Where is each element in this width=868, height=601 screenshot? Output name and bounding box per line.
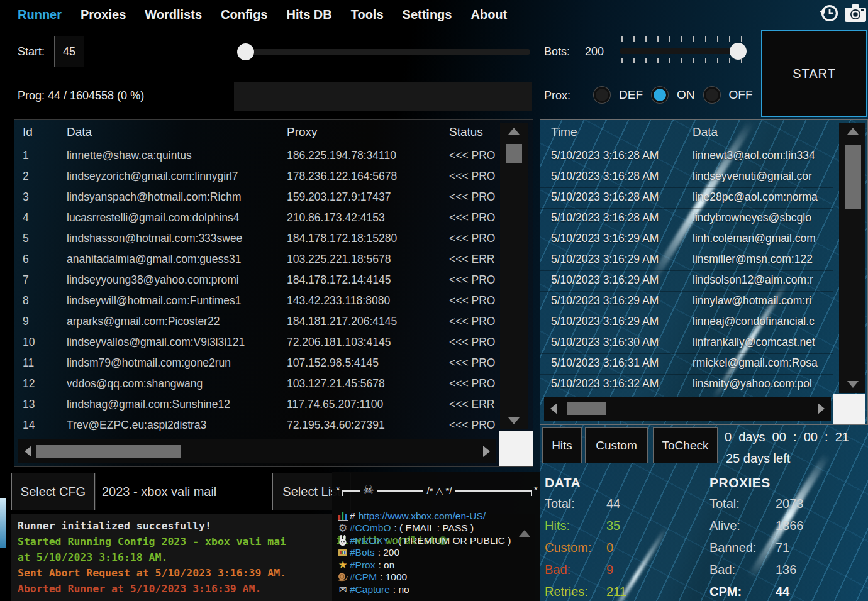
scroll-up-icon[interactable] [508, 128, 520, 135]
table-row[interactable]: 6anahitadalmia@gmail.com:guess31103.225.… [14, 250, 499, 271]
start-input[interactable]: 45 [54, 36, 84, 67]
cell-data: rmickel@gmail.com:Rosa [693, 356, 832, 370]
table-row[interactable]: 5/10/2023 3:16:29 AMlinneaj@condofinanci… [540, 312, 833, 333]
cell-status: <<< PRO [449, 149, 499, 162]
cell-status: <<< PRO [449, 419, 499, 432]
scroll-left-icon[interactable] [550, 403, 557, 414]
table-row[interactable]: 5/10/2023 3:16:29 AMlindsolson12@aim.com… [540, 271, 833, 292]
star-icon: ★ [336, 560, 350, 570]
column-header-status[interactable]: Status [449, 125, 483, 139]
table-row[interactable]: 11lindsm79@hotmail.com:gone2run107.152.9… [14, 354, 499, 375]
config-info-value: : 1000 [380, 571, 407, 583]
tab-custom[interactable]: Custom [585, 427, 648, 463]
table-row[interactable]: 1linnette@shaw.ca:quintus186.225.194.78:… [14, 146, 499, 167]
scroll-left-icon[interactable] [25, 446, 31, 457]
cell-id: 6 [23, 253, 57, 266]
table-row[interactable]: 12vddos@qq.com:shangwang103.127.21.45:56… [14, 375, 499, 395]
table-row[interactable]: 5/10/2023 3:16:28 AMline28pc@aol.com:nor… [540, 188, 833, 209]
menu-item-configs[interactable]: Configs [221, 8, 267, 22]
progress-slider-handle[interactable] [237, 43, 254, 60]
runner-window: RunnerProxiesWordlistsConfigsHits DBTool… [0, 0, 868, 601]
menu-item-about[interactable]: About [470, 8, 507, 22]
table-row[interactable]: 13lindshag@gmail.com:Sunshine12117.74.65… [14, 395, 499, 416]
prox-radio-def[interactable] [594, 87, 610, 103]
menu-item-proxies[interactable]: Proxies [81, 8, 126, 22]
column-header-time[interactable]: Time [551, 125, 577, 139]
proxies-stats-title: PROXIES [709, 475, 771, 490]
vertical-scrollbar[interactable] [500, 123, 528, 429]
config-info-value: : on [379, 560, 395, 571]
cell-status: <<< PRO [449, 170, 499, 183]
select-cfg-button[interactable]: Select CFG [11, 473, 95, 510]
cell-data: linsmity@yahoo.com:pol [693, 377, 832, 390]
camera-icon[interactable] [844, 4, 867, 25]
prox-radio-on[interactable] [652, 87, 668, 103]
horizontal-scrollbar[interactable] [18, 439, 496, 463]
horizontal-scrollbar[interactable] [544, 397, 831, 421]
menu-item-runner[interactable]: Runner [18, 8, 62, 22]
scroll-right-icon[interactable] [818, 403, 825, 414]
config-info-row: #Bots: 200 [336, 547, 538, 560]
vertical-scrollbar[interactable] [839, 123, 865, 393]
stat-value: 44 [606, 497, 620, 510]
progress-slider-track[interactable] [242, 49, 530, 55]
cell-data: lindseyvenuti@gmail.cor [693, 170, 832, 183]
config-name-field[interactable]: 2023 - xbox vali mail [95, 473, 272, 510]
column-header-data[interactable]: Data [67, 125, 92, 139]
table-row[interactable]: 5/10/2023 3:16:29 AMlinnylaw@hotmail.com… [540, 292, 833, 312]
history-icon[interactable] [818, 3, 840, 26]
table-row[interactable]: 5/10/2023 3:16:30 AMlinfrankally@comcast… [540, 333, 833, 354]
scroll-up-icon[interactable] [847, 128, 859, 135]
scrollbar-thumb[interactable] [567, 402, 606, 415]
deco-comment-text: /* △ */ [427, 485, 452, 497]
cell-proxy: 117.74.65.207:1100 [287, 398, 444, 411]
table-row[interactable]: 5/10/2023 3:16:28 AMlinnewt3@aol.com:lin… [540, 146, 833, 167]
tab-tocheck[interactable]: ToCheck [653, 427, 718, 463]
table-row[interactable]: 5lindshasson@hotmail.com:333swee184.178.… [14, 229, 499, 250]
scroll-right-icon[interactable] [483, 446, 490, 457]
config-info-value[interactable]: https://www.xbox.com/en-US/ [359, 510, 486, 522]
scroll-down-icon[interactable] [847, 381, 859, 388]
prox-radio-off[interactable] [704, 87, 720, 103]
prox-radio-group: DEFONOFF [594, 87, 753, 103]
table-row[interactable]: 4lucasrrestelli@gmail.com:dolphins4210.8… [14, 209, 499, 229]
menu-item-settings[interactable]: Settings [403, 8, 452, 22]
scrollbar-thumb[interactable] [36, 445, 181, 458]
table-row[interactable]: 14Trev@EZPC.eu:aspi2distra372.195.34.60:… [14, 416, 499, 437]
table-row[interactable]: 5/10/2023 3:16:29 AMlinsmiller@msn.com:1… [540, 250, 833, 271]
table-row[interactable]: 5/10/2023 3:16:32 AMlinsmity@yahoo.com:p… [540, 375, 833, 394]
column-header-proxy[interactable]: Proxy [287, 125, 318, 139]
table-row[interactable]: 5/10/2023 3:16:28 AMlindybrowneyes@sbcgl… [540, 209, 833, 229]
cell-status: <<< PRO [449, 294, 499, 307]
column-header-id[interactable]: Id [23, 125, 33, 139]
bots-slider-track[interactable] [620, 48, 743, 54]
cell-data: lindseywill@hotmail.com:Funtimes1 [67, 294, 282, 307]
table-row[interactable]: 2lindseyzorich@gmail.com:linnygirl7178.2… [14, 167, 499, 188]
table-row[interactable]: 8lindseywill@hotmail.com:Funtimes1143.42… [14, 292, 499, 312]
table-row[interactable]: 5/10/2023 3:16:29 AMlinh.coleman@gmail.c… [540, 229, 833, 250]
cell-data: lindsyanspach@hotmail.com:Richm [67, 190, 282, 204]
menu-item-wordlists[interactable]: Wordlists [145, 8, 202, 22]
cell-data: lindseyzorich@gmail.com:linnygirl7 [67, 170, 282, 183]
table-row[interactable]: 3lindsyanspach@hotmail.com:Richm159.203.… [14, 188, 499, 209]
cell-time: 5/10/2023 3:16:31 AM [551, 356, 688, 370]
tab-hits[interactable]: Hits [542, 427, 582, 463]
menu-item-tools[interactable]: Tools [351, 8, 384, 22]
menu-item-hits-db[interactable]: Hits DB [286, 8, 331, 22]
scrollbar-thumb[interactable] [845, 145, 861, 209]
table-row[interactable]: 5/10/2023 3:16:28 AMlindseyvenuti@gmail.… [540, 167, 833, 188]
bots-slider-handle[interactable] [730, 43, 747, 60]
window-edge-glow [0, 498, 6, 548]
scrollbar-thumb[interactable] [506, 144, 522, 163]
scroll-down-icon[interactable] [508, 417, 520, 424]
start-button[interactable]: START [761, 30, 867, 117]
cell-time: 5/10/2023 3:16:29 AM [551, 253, 688, 266]
column-header-data[interactable]: Data [693, 125, 718, 139]
table-row[interactable]: 5/10/2023 3:16:31 AMrmickel@gmail.com:Ro… [540, 354, 833, 375]
table-row[interactable]: 7lindseyyoung38@yahoo.com:promi184.178.1… [14, 271, 499, 292]
table-row[interactable]: 9arparks@gmail.com:Picoster22184.181.217… [14, 312, 499, 333]
table-row[interactable]: 10lindseyvallos@gmail.com:V9i3l3l12172.2… [14, 333, 499, 354]
cell-data: linneaj@condofinancial.c [693, 315, 832, 328]
scroll-up-icon[interactable] [519, 530, 530, 537]
cell-id: 5 [23, 232, 57, 245]
